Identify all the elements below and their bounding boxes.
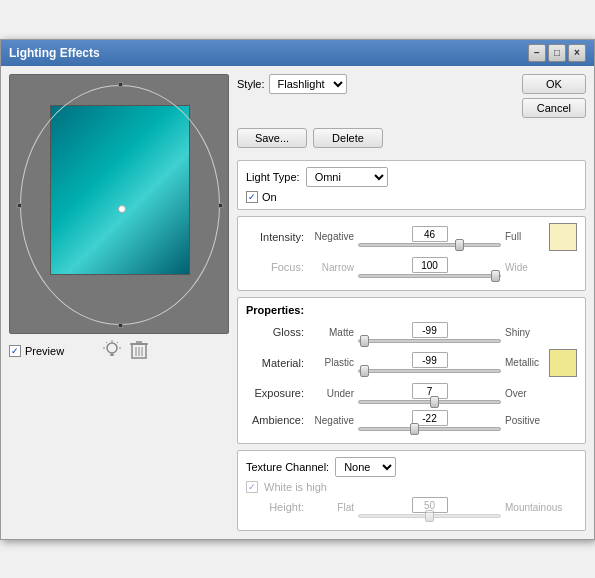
exposure-slider[interactable]: [358, 400, 501, 404]
exposure-left-label: Under: [308, 388, 354, 399]
save-button[interactable]: Save...: [237, 128, 307, 148]
style-select[interactable]: Flashlight: [269, 74, 347, 94]
on-label: On: [262, 191, 277, 203]
intensity-slider-container: 46: [358, 226, 501, 247]
handle-right[interactable]: [218, 203, 223, 208]
style-label: Style:: [237, 78, 265, 90]
intensity-focus-section: Intensity: Negative 46 Full Focus: Narro…: [237, 216, 586, 291]
material-color-swatch[interactable]: [549, 349, 577, 377]
light-type-select[interactable]: Omni Directional Spotlight: [306, 167, 388, 187]
preview-checkbox[interactable]: [9, 345, 21, 357]
gloss-slider-container: -99: [358, 322, 501, 343]
focus-left-label: Narrow: [308, 262, 354, 273]
texture-channel-row: Texture Channel: None Red Green Blue Alp…: [246, 457, 577, 477]
on-checkbox[interactable]: [246, 191, 258, 203]
intensity-slider[interactable]: [358, 243, 501, 247]
material-slider-container: -99: [358, 352, 501, 373]
handle-bottom[interactable]: [118, 323, 123, 328]
height-left-label: Flat: [308, 502, 354, 513]
height-slider-container: 50: [358, 497, 501, 518]
delete-light-icon[interactable]: [130, 340, 148, 362]
gloss-slider[interactable]: [358, 339, 501, 343]
white-is-high-row: White is high: [246, 481, 577, 493]
exposure-label: Exposure:: [246, 387, 304, 399]
exposure-right-label: Over: [505, 388, 545, 399]
height-right-label: Mountainous: [505, 502, 545, 513]
focus-slider[interactable]: [358, 274, 501, 278]
ambience-right-label: Positive: [505, 415, 545, 426]
ok-button[interactable]: OK: [522, 74, 586, 94]
ambience-slider-container: -22: [358, 410, 501, 431]
exposure-slider-container: 7: [358, 383, 501, 404]
properties-section: Properties: Gloss: Matte -99 Shiny Mater…: [237, 297, 586, 444]
focus-row: Focus: Narrow 100 Wide: [246, 257, 577, 278]
add-light-icon[interactable]: [102, 340, 122, 362]
gloss-label: Gloss:: [246, 326, 304, 338]
light-type-section: Light Type: Omni Directional Spotlight O…: [237, 160, 586, 210]
properties-title: Properties:: [246, 304, 577, 316]
gloss-right-label: Shiny: [505, 327, 545, 338]
left-panel: Preview: [9, 74, 229, 531]
preview-checkbox-group: Preview: [9, 345, 64, 357]
gloss-row: Gloss: Matte -99 Shiny: [246, 322, 577, 343]
texture-label: Texture Channel:: [246, 461, 329, 473]
svg-line-5: [106, 342, 107, 343]
preview-label: Preview: [25, 345, 64, 357]
right-panel: Style: Flashlight OK Cancel Save... Dele…: [237, 74, 586, 531]
close-button[interactable]: ×: [568, 44, 586, 62]
ambience-row: Ambience: Negative -22 Positive: [246, 410, 577, 431]
height-label: Height:: [246, 501, 304, 513]
intensity-row: Intensity: Negative 46 Full: [246, 223, 577, 251]
gloss-left-label: Matte: [308, 327, 354, 338]
handle-top[interactable]: [118, 82, 123, 87]
material-label: Material:: [246, 357, 304, 369]
intensity-right-label: Full: [505, 231, 545, 242]
focus-label: Focus:: [246, 261, 304, 273]
handle-left[interactable]: [17, 203, 22, 208]
title-bar: Lighting Effects − □ ×: [1, 40, 594, 66]
material-row: Material: Plastic -99 Metallic: [246, 349, 577, 377]
ambience-slider[interactable]: [358, 427, 501, 431]
lighting-effects-dialog: Lighting Effects − □ ×: [0, 39, 595, 540]
intensity-color-swatch[interactable]: [549, 223, 577, 251]
light-type-label: Light Type:: [246, 171, 300, 183]
focus-right-label: Wide: [505, 262, 545, 273]
intensity-left-label: Negative: [308, 231, 354, 242]
ambience-label: Ambience:: [246, 414, 304, 426]
title-bar-buttons: − □ ×: [528, 44, 586, 62]
texture-channel-select[interactable]: None Red Green Blue Alpha: [335, 457, 396, 477]
maximize-button[interactable]: □: [548, 44, 566, 62]
height-row: Height: Flat 50 Mountainous: [246, 497, 577, 518]
white-is-high-checkbox[interactable]: [246, 481, 258, 493]
preview-controls: Preview: [9, 340, 229, 362]
light-center[interactable]: [118, 205, 126, 213]
material-slider[interactable]: [358, 369, 501, 373]
texture-section: Texture Channel: None Red Green Blue Alp…: [237, 450, 586, 531]
exposure-row: Exposure: Under 7 Over: [246, 383, 577, 404]
preview-area: [9, 74, 229, 334]
intensity-label: Intensity:: [246, 231, 304, 243]
ambience-left-label: Negative: [308, 415, 354, 426]
svg-point-0: [107, 343, 117, 353]
svg-line-6: [117, 342, 118, 343]
dialog-title: Lighting Effects: [9, 46, 100, 60]
cancel-button[interactable]: Cancel: [522, 98, 586, 118]
delete-button[interactable]: Delete: [313, 128, 383, 148]
minimize-button[interactable]: −: [528, 44, 546, 62]
material-left-label: Plastic: [308, 357, 354, 368]
height-slider[interactable]: [358, 514, 501, 518]
white-is-high-label: White is high: [264, 481, 327, 493]
focus-slider-container: 100: [358, 257, 501, 278]
material-right-label: Metallic: [505, 357, 545, 368]
